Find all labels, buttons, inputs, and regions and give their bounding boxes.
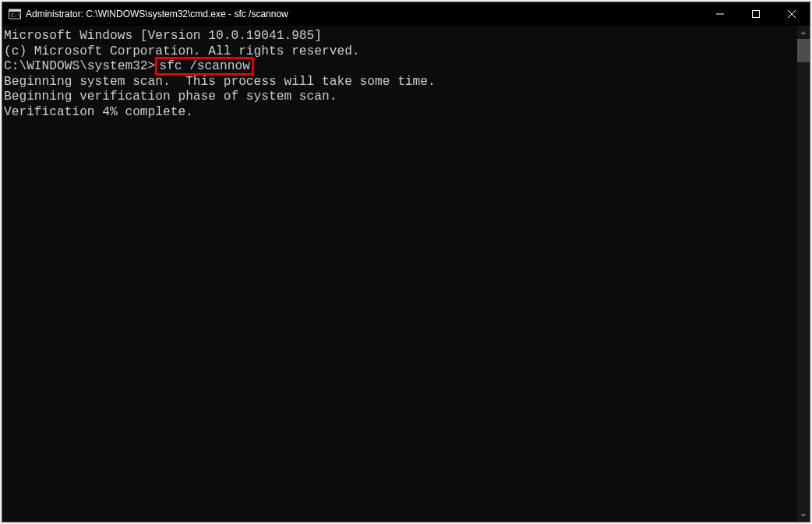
scroll-thumb[interactable] xyxy=(797,39,810,62)
output-line: Microsoft Windows [Version 10.0.19041.98… xyxy=(4,29,797,44)
svg-text:C:\: C:\ xyxy=(11,12,21,19)
svg-marker-7 xyxy=(800,31,807,34)
command-prompt-window: C:\ Administrator: C:\WINDOWS\system32\c… xyxy=(2,2,810,522)
vertical-scrollbar[interactable] xyxy=(797,26,810,522)
scroll-up-arrow-icon[interactable] xyxy=(797,26,810,39)
close-button[interactable] xyxy=(774,2,810,26)
output-line: (c) Microsoft Corporation. All rights re… xyxy=(4,44,797,60)
output-line: Beginning system scan. This process will… xyxy=(4,75,797,90)
window-controls xyxy=(702,2,810,26)
svg-rect-4 xyxy=(753,11,760,18)
output-line: Beginning verification phase of system s… xyxy=(4,90,797,105)
cmd-icon: C:\ xyxy=(9,8,21,20)
typed-command: sfc /scannow xyxy=(159,59,250,73)
titlebar[interactable]: C:\ Administrator: C:\WINDOWS\system32\c… xyxy=(2,2,810,26)
terminal-output[interactable]: Microsoft Windows [Version 10.0.19041.98… xyxy=(2,26,797,522)
svg-marker-8 xyxy=(800,514,807,517)
svg-rect-1 xyxy=(9,9,21,12)
output-line: Verification 4% complete. xyxy=(4,105,797,121)
command-highlight: sfc /scannow xyxy=(155,57,254,76)
terminal-body: Microsoft Windows [Version 10.0.19041.98… xyxy=(2,26,810,522)
scroll-down-arrow-icon[interactable] xyxy=(797,508,810,522)
minimize-button[interactable] xyxy=(702,2,738,26)
prompt-path: C:\WINDOWS\system32> xyxy=(4,59,155,73)
window-title: Administrator: C:\WINDOWS\system32\cmd.e… xyxy=(26,9,288,19)
maximize-button[interactable] xyxy=(738,2,774,26)
prompt-line: C:\WINDOWS\system32>sfc /scannow xyxy=(4,59,797,75)
